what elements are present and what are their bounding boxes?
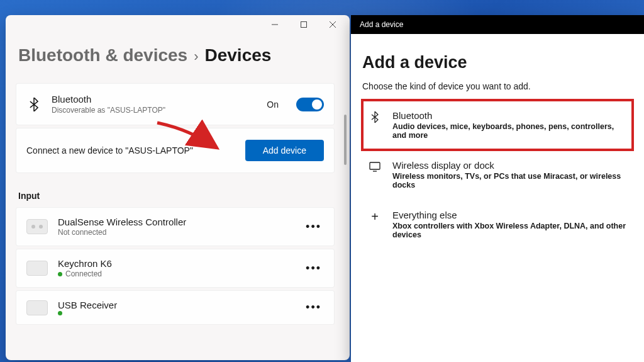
breadcrumb-current: Devices (205, 45, 272, 65)
more-button[interactable]: ••• (303, 262, 324, 275)
section-label-input: Input (16, 191, 346, 201)
keyboard-icon (26, 300, 48, 315)
device-item-keyboard[interactable]: Keychron K6 Connected ••• (16, 249, 335, 288)
add-device-dialog: Add a device Add a device Choose the kin… (351, 15, 644, 362)
svg-rect-4 (370, 162, 380, 169)
device-name: USB Receiver (58, 300, 293, 310)
window-titlebar (6, 15, 350, 34)
scrollbar[interactable] (344, 115, 347, 165)
option-title: Wireless display or dock (392, 160, 626, 171)
breadcrumb: Bluetooth & devices › Devices (16, 45, 346, 65)
bluetooth-title: Bluetooth (52, 94, 257, 105)
dialog-subheading: Choose the kind of device you want to ad… (362, 81, 633, 91)
option-title: Bluetooth (392, 110, 626, 121)
more-button[interactable]: ••• (303, 220, 324, 234)
device-name: DualSense Wireless Controller (58, 217, 293, 227)
svg-rect-1 (301, 22, 307, 28)
plus-icon: + (369, 210, 381, 222)
device-item-controller[interactable]: DualSense Wireless Controller Not connec… (16, 207, 335, 246)
device-status: Connected (58, 269, 293, 278)
bluetooth-subtitle: Discoverable as "ASUS-LAPTOP" (52, 106, 257, 115)
bluetooth-icon (26, 98, 42, 111)
more-button[interactable]: ••• (303, 301, 324, 314)
bluetooth-card: Bluetooth Discoverable as "ASUS-LAPTOP" … (16, 83, 335, 125)
option-description: Xbox controllers with Xbox Wireless Adap… (392, 222, 626, 239)
add-device-button[interactable]: Add device (245, 140, 324, 161)
display-icon (369, 160, 381, 173)
device-item-receiver[interactable]: USB Receiver ••• (16, 290, 335, 325)
minimize-button[interactable] (260, 16, 289, 33)
option-everything-else[interactable]: + Everything else Xbox controllers with … (362, 200, 633, 249)
keyboard-icon (26, 261, 48, 276)
option-description: Audio devices, mice, keyboards, phones, … (392, 122, 626, 140)
bluetooth-status-label: On (267, 99, 279, 110)
connected-dot-icon (58, 311, 62, 315)
dialog-heading: Add a device (362, 53, 633, 72)
device-name: Keychron K6 (58, 258, 293, 269)
breadcrumb-parent[interactable]: Bluetooth & devices (18, 45, 187, 65)
dialog-titlebar: Add a device (351, 15, 644, 34)
bluetooth-icon (369, 110, 381, 123)
connected-dot-icon (58, 272, 62, 276)
bluetooth-toggle[interactable] (296, 98, 324, 111)
connect-device-card: Connect a new device to "ASUS-LAPTOP" Ad… (16, 128, 335, 173)
option-description: Wireless monitors, TVs, or PCs that use … (392, 172, 626, 189)
option-title: Everything else (392, 210, 626, 220)
dialog-titlebar-text: Add a device (360, 20, 403, 29)
option-bluetooth[interactable]: Bluetooth Audio devices, mice, keyboards… (362, 100, 633, 150)
connect-device-text: Connect a new device to "ASUS-LAPTOP" (26, 145, 235, 156)
breadcrumb-separator-icon: › (194, 48, 198, 65)
maximize-button[interactable] (289, 16, 318, 33)
controller-icon (26, 219, 48, 234)
device-status: Not connected (58, 228, 293, 237)
close-button[interactable] (318, 16, 347, 33)
device-status (58, 311, 293, 315)
settings-window: Bluetooth & devices › Devices Bluetooth … (6, 15, 350, 360)
option-wireless-display[interactable]: Wireless display or dock Wireless monito… (362, 150, 633, 200)
